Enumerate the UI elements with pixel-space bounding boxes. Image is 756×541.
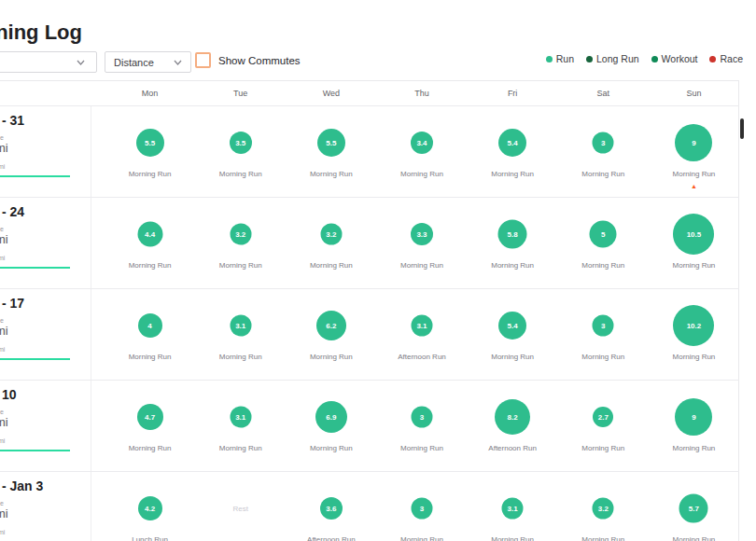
activity-name-label: Morning Run	[286, 353, 376, 361]
activity-bubble[interactable]: 3.1	[230, 315, 251, 337]
activity-bubble[interactable]: 3	[411, 407, 432, 428]
activity-cell[interactable]: 3.1Morning Run	[468, 472, 558, 541]
activity-name-label: Morning Run	[558, 170, 649, 178]
activity-bubble[interactable]: 3	[593, 315, 614, 337]
activity-cell[interactable]: 3.3Morning Run	[376, 198, 467, 288]
activity-cell[interactable]: 9Morning Run	[649, 381, 739, 471]
activity-name-label: Afternoon Run	[286, 535, 376, 541]
week-day-cells: 4.4Morning Run3.2Morning Run3.2Morning R…	[105, 198, 739, 288]
day-header-thu: Thu	[376, 81, 467, 105]
activity-cell[interactable]: 3Morning Run	[558, 106, 649, 197]
activity-bubble[interactable]: 3.6	[320, 497, 343, 520]
activity-bubble[interactable]: 5	[590, 221, 617, 248]
activity-bubble[interactable]: 5.7	[679, 494, 708, 523]
week-summary: - 24emimi	[0, 198, 91, 288]
activity-cell[interactable]: 3.2Morning Run	[558, 472, 649, 541]
activity-cell[interactable]: 2.7Morning Run	[558, 381, 649, 471]
activity-type-select[interactable]	[0, 51, 97, 73]
activity-bubble[interactable]: 5.5	[317, 129, 345, 157]
activity-cell[interactable]: 3.2Morning Run	[286, 198, 376, 288]
activity-name-label: Morning Run	[649, 535, 739, 541]
activity-bubble[interactable]: 3.3	[411, 223, 433, 245]
activity-cell[interactable]: 5.4Morning Run	[468, 289, 558, 380]
activity-cell[interactable]: 5.4Morning Run	[468, 106, 558, 197]
activity-name-label: Morning Run	[558, 444, 649, 452]
activity-cell[interactable]: 3.6Afternoon Run	[286, 472, 376, 541]
activity-bubble[interactable]: 9	[675, 124, 712, 161]
activity-bubble[interactable]: 3	[593, 132, 614, 154]
activity-cell[interactable]: 3Morning Run	[376, 381, 467, 471]
activity-bubble[interactable]: 3.4	[411, 132, 433, 154]
activity-cell[interactable]: 6.9Morning Run	[286, 381, 376, 471]
week-progress-bar	[0, 450, 70, 451]
activity-bubble[interactable]: 5.8	[498, 220, 527, 249]
activity-bubble[interactable]: 4	[138, 313, 162, 338]
page-title: Training Log	[0, 21, 82, 45]
activity-bubble[interactable]: 9	[675, 398, 712, 436]
week-distance-value: mi	[0, 415, 8, 429]
activity-cell[interactable]: 3Morning Run	[558, 289, 649, 380]
activity-name-label: Morning Run	[105, 444, 195, 452]
activity-cell[interactable]: 6.2Morning Run	[286, 289, 376, 380]
activity-bubble[interactable]: 3	[411, 498, 432, 520]
activity-cell[interactable]: 3.1Morning Run	[195, 289, 286, 380]
activity-cell[interactable]: 5Morning Run	[558, 198, 649, 288]
activity-name-label: Morning Run	[468, 535, 558, 541]
activity-bubble[interactable]: 6.9	[315, 401, 347, 433]
activity-cell[interactable]: 4.4Morning Run	[105, 198, 195, 288]
activity-cell[interactable]: 10.5Morning Run	[649, 198, 739, 288]
activity-cell[interactable]: 3.4Morning Run	[376, 106, 467, 197]
activity-cell[interactable]: 9Morning Run▲	[649, 106, 739, 197]
day-header-row: Mon Tue Wed Thu Fri Sat Sun	[105, 81, 739, 105]
activity-cell[interactable]: 5.7Morning Run	[649, 472, 739, 541]
activity-bubble[interactable]: 5.4	[498, 129, 526, 157]
activity-name-label: Morning Run	[105, 170, 195, 178]
activity-bubble[interactable]: 3.1	[230, 407, 251, 428]
activity-cell[interactable]: 3.2Morning Run	[195, 198, 286, 288]
activity-bubble[interactable]: 3.2	[320, 224, 342, 245]
activity-bubble[interactable]: 4.2	[138, 496, 162, 520]
activity-bubble[interactable]: 10.5	[673, 214, 714, 255]
activity-bubble[interactable]: 2.7	[593, 407, 613, 427]
activity-bubble[interactable]: 3.2	[230, 224, 251, 245]
show-commutes-toggle[interactable]: Show Commutes	[195, 52, 301, 68]
activity-bubble[interactable]: 4.4	[137, 222, 162, 247]
legend-item-workout: Workout	[651, 53, 698, 64]
activity-bubble[interactable]: 10.2	[673, 305, 714, 346]
activity-cell[interactable]: 3.1Afternoon Run	[376, 289, 467, 380]
activity-name-label: Morning Run	[195, 353, 286, 361]
show-commutes-checkbox[interactable]	[195, 52, 211, 68]
activity-cell[interactable]: 3.1Morning Run	[195, 381, 286, 471]
group-by-select[interactable]: Distance	[105, 51, 191, 73]
activity-cell[interactable]: 10.2Morning Run	[649, 289, 739, 380]
week-stat-label: e	[0, 317, 4, 324]
activity-name-label: Lunch Run	[105, 535, 195, 541]
activity-bubble[interactable]: 3.1	[411, 315, 432, 337]
activity-cell[interactable]: 8.2Afternoon Run	[468, 381, 558, 471]
activity-bubble[interactable]: 3.1	[502, 498, 524, 520]
activity-cell[interactable]: 5.5Morning Run	[105, 106, 195, 197]
activity-cell[interactable]: 3.5Morning Run	[195, 106, 286, 197]
day-header-sun: Sun	[649, 81, 739, 105]
activity-name-label: Morning Run	[105, 353, 195, 361]
week-date-range: - 31	[2, 113, 24, 128]
activity-cell[interactable]: 4.2Lunch Run	[105, 472, 195, 541]
week-row: - 31emimi5.5Morning Run3.5Morning Run5.5…	[0, 105, 739, 197]
activity-name-label: Morning Run	[286, 444, 376, 452]
activity-cell[interactable]: 4Morning Run	[105, 289, 195, 380]
activity-bubble[interactable]: 4.7	[137, 404, 163, 430]
activity-bubble[interactable]: 3.5	[230, 132, 252, 154]
activity-cell[interactable]: 5.8Morning Run	[468, 198, 558, 288]
activity-cell[interactable]: 4.7Morning Run	[105, 381, 195, 471]
activity-bubble[interactable]: 6.2	[316, 311, 346, 340]
activity-cell[interactable]: 5.5Morning Run	[286, 106, 376, 197]
vertical-scrollbar-thumb[interactable]	[740, 118, 744, 139]
activity-bubble[interactable]: 8.2	[495, 399, 530, 435]
activity-bubble[interactable]: 5.5	[136, 129, 164, 157]
activity-bubble[interactable]: 5.4	[498, 312, 526, 340]
activity-bubble[interactable]: 3.2	[593, 498, 614, 520]
legend-label: Race	[720, 53, 743, 64]
activity-name-label: Morning Run	[376, 170, 467, 178]
activity-cell[interactable]: 3Morning Run	[376, 472, 467, 541]
workout-dot-icon	[651, 56, 658, 62]
